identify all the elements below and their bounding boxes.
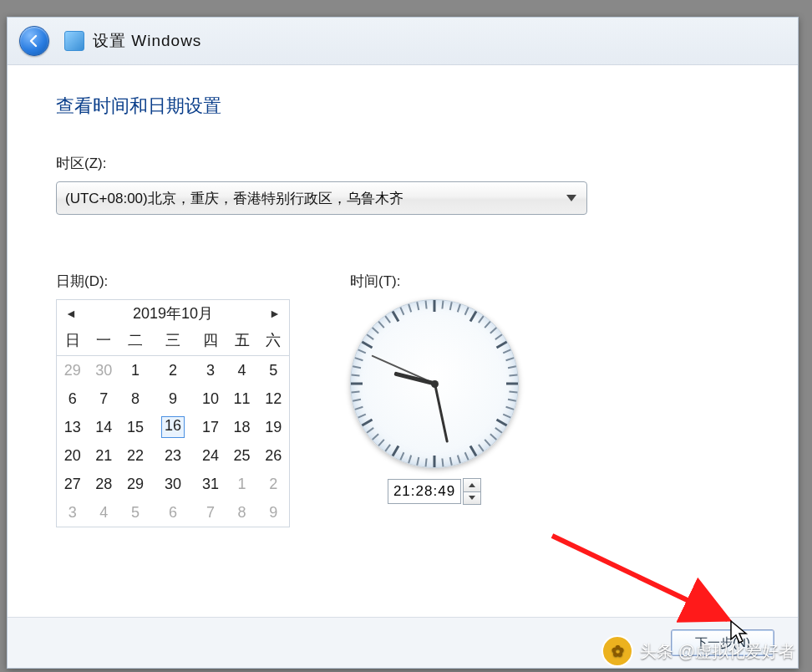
- calendar-day[interactable]: 30: [89, 356, 120, 385]
- calendar-day[interactable]: 8: [119, 384, 151, 413]
- calendar-day[interactable]: 19: [257, 413, 289, 441]
- clock-tick: [399, 307, 404, 315]
- calendar-day[interactable]: 2: [257, 470, 289, 498]
- clock-tick: [469, 445, 478, 457]
- time-label: 时间(T):: [350, 272, 519, 291]
- window-title: 设置 Windows: [93, 30, 201, 52]
- calendar-day[interactable]: 13: [57, 413, 89, 441]
- arrow-left-icon: [27, 33, 42, 48]
- next-button[interactable]: 下一步(N): [671, 629, 774, 656]
- clock-tick: [484, 439, 490, 446]
- clock-tick: [484, 321, 490, 328]
- calendar-weekday: 五: [226, 327, 258, 356]
- clock-tick: [378, 439, 384, 446]
- clock-tick: [416, 457, 419, 466]
- clock-tick: [505, 406, 514, 410]
- calendar-day[interactable]: 18: [226, 413, 258, 441]
- calendar-day[interactable]: 26: [257, 441, 289, 470]
- clock-tick: [351, 383, 363, 385]
- titlebar: 设置 Windows: [8, 18, 798, 65]
- date-label: 日期(D):: [56, 272, 298, 291]
- calendar-day[interactable]: 4: [89, 498, 120, 527]
- body: 查看时间和日期设置 时区(Z): (UTC+08:00)北京，重庆，香港特别行政…: [8, 65, 798, 527]
- calendar-day[interactable]: 12: [257, 384, 289, 413]
- clock-tick: [449, 457, 453, 466]
- clock-tick: [358, 349, 366, 354]
- clock-tick: [464, 307, 469, 315]
- clock-tick: [478, 316, 484, 323]
- calendar-day[interactable]: 8: [226, 498, 258, 527]
- clock-tick: [399, 452, 404, 461]
- calendar-day[interactable]: 9: [257, 498, 289, 527]
- clock-tick: [495, 333, 502, 339]
- calendar-day[interactable]: 5: [119, 498, 151, 527]
- calendar-day[interactable]: 7: [195, 498, 226, 527]
- calendar-grid: 日一二三四五六 29301234567891011121314151617181…: [57, 327, 289, 527]
- calendar-day[interactable]: 1: [226, 470, 258, 498]
- clock-tick: [509, 390, 517, 393]
- calendar-day[interactable]: 25: [226, 441, 258, 470]
- calendar-day[interactable]: 29: [57, 356, 89, 385]
- calendar-day[interactable]: 6: [151, 498, 195, 527]
- footer: 下一步(N): [8, 617, 798, 668]
- calendar-day[interactable]: 2: [151, 356, 195, 385]
- calendar-day[interactable]: 5: [257, 356, 289, 385]
- calendar-day[interactable]: 11: [226, 384, 258, 413]
- time-spinner-down[interactable]: [464, 492, 480, 505]
- clock-tick: [367, 333, 374, 339]
- clock-tick: [505, 357, 514, 361]
- calendar-day[interactable]: 3: [57, 498, 89, 527]
- clock-tick: [496, 419, 508, 427]
- calendar-day[interactable]: 31: [195, 470, 226, 498]
- analog-clock: [350, 299, 519, 468]
- calendar-day[interactable]: 17: [195, 413, 226, 441]
- calendar: ◄ 2019年10月 ► 日一二三四五六 2930123456789101112…: [56, 299, 290, 527]
- timezone-label: 时区(Z):: [56, 154, 749, 173]
- clock-tick: [372, 327, 379, 333]
- clock-tick: [367, 427, 374, 433]
- back-button[interactable]: [19, 26, 49, 56]
- calendar-day[interactable]: 27: [57, 470, 89, 498]
- clock-tick: [358, 414, 366, 419]
- calendar-day[interactable]: 24: [195, 441, 226, 470]
- calendar-weekday: 三: [151, 327, 195, 356]
- calendar-day[interactable]: 1: [119, 356, 151, 385]
- calendar-day[interactable]: 6: [57, 384, 89, 413]
- calendar-day[interactable]: 9: [151, 384, 195, 413]
- clock-tick: [490, 433, 497, 440]
- calendar-weekday: 日: [57, 327, 89, 356]
- clock-tick: [353, 399, 361, 402]
- calendar-day[interactable]: 30: [151, 470, 195, 498]
- calendar-weekday: 六: [257, 327, 289, 356]
- calendar-day[interactable]: 20: [57, 441, 89, 470]
- calendar-day[interactable]: 28: [89, 470, 120, 498]
- calendar-day[interactable]: 23: [151, 441, 195, 470]
- page-heading: 查看时间和日期设置: [56, 94, 749, 119]
- calendar-day[interactable]: 22: [119, 441, 151, 470]
- clock-tick: [449, 302, 453, 310]
- clock-tick: [362, 419, 373, 427]
- calendar-day[interactable]: 3: [195, 356, 226, 385]
- next-month-button[interactable]: ►: [266, 304, 284, 323]
- calendar-day[interactable]: 10: [195, 384, 226, 413]
- clock-tick: [408, 455, 412, 463]
- time-input[interactable]: 21:28:49: [388, 479, 461, 504]
- prev-month-button[interactable]: ◄: [62, 304, 80, 323]
- calendar-day[interactable]: 14: [89, 413, 120, 441]
- calendar-day[interactable]: 15: [119, 413, 151, 441]
- clock-tick: [425, 300, 428, 308]
- app-icon: [64, 31, 84, 51]
- timezone-select[interactable]: (UTC+08:00)北京，重庆，香港特别行政区，乌鲁木齐: [56, 181, 587, 215]
- clock-tick: [441, 458, 444, 466]
- time-spinner-up[interactable]: [464, 479, 480, 492]
- calendar-day[interactable]: 21: [89, 441, 120, 470]
- clock-tick: [441, 300, 444, 308]
- chevron-up-icon: [469, 483, 475, 487]
- calendar-weekday: 二: [119, 327, 151, 356]
- calendar-day[interactable]: 7: [89, 384, 120, 413]
- chevron-down-icon: [469, 496, 475, 500]
- calendar-day[interactable]: 4: [226, 356, 258, 385]
- calendar-weekday: 一: [89, 327, 120, 356]
- calendar-day[interactable]: 29: [119, 470, 151, 498]
- calendar-day[interactable]: 16: [151, 413, 195, 441]
